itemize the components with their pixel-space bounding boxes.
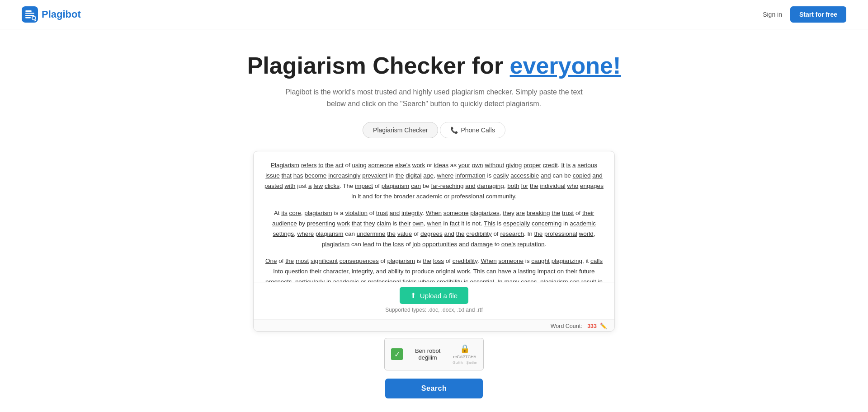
recaptcha-wrap: ✓ Ben robot değilim 🔒 reCAPTCHA Gizlilik… [9, 338, 859, 370]
recaptcha-logo-icon: 🔒 [460, 344, 470, 354]
search-button[interactable]: Search [385, 379, 483, 398]
upload-file-button[interactable]: ⬆ Upload a file [400, 287, 468, 304]
upload-icon: ⬆ [410, 291, 416, 300]
recaptcha-checkmark: ✓ [391, 348, 403, 360]
paragraph-2: At its core, plagiarism is a violation o… [264, 208, 604, 250]
checker-card: Plagiarism refers to the act of using so… [253, 151, 615, 332]
paragraph-3: One of the most significant consequences… [264, 256, 604, 283]
svg-point-6 [33, 17, 35, 19]
recaptcha-brand: reCAPTCHA [453, 355, 476, 360]
word-count-text: Word Count: 333 ✏️ [551, 323, 607, 329]
upload-btn-label: Upload a file [420, 292, 458, 300]
logo[interactable]: Plagibot [22, 6, 81, 23]
hero-title-plain: Plagiarism Checker for [247, 52, 510, 79]
phone-icon: 📞 [450, 126, 458, 134]
svg-rect-3 [25, 15, 34, 16]
logo-text: Plagibot [42, 9, 81, 20]
sign-in-link[interactable]: Sign in [763, 11, 782, 18]
word-count-value: 333 [587, 323, 597, 329]
paragraph-1: Plagiarism refers to the act of using so… [264, 160, 604, 202]
word-count-bar: Word Count: 333 ✏️ [254, 319, 614, 331]
tab-plagiarism-label: Plagiarism Checker [373, 126, 428, 134]
hero-title-highlight: everyone! [510, 52, 621, 79]
search-btn-wrap: Search [9, 375, 859, 407]
text-area-wrapper[interactable]: Plagiarism refers to the act of using so… [254, 151, 614, 282]
recaptcha-label: Ben robot değilim [407, 347, 448, 361]
tab-phone-calls[interactable]: 📞 Phone Calls [440, 122, 505, 138]
upload-area: ⬆ Upload a file Supported types: .doc, .… [254, 282, 614, 319]
tabs: Plagiarism Checker 📞 Phone Calls [9, 122, 859, 138]
edit-icon: ✏️ [600, 323, 607, 329]
recaptcha-privacy: Gizlilik - Şartlar [453, 360, 477, 365]
hero-subtitle: Plagibot is the world's most trusted and… [280, 86, 588, 109]
svg-rect-4 [25, 17, 31, 19]
tab-plagiarism-checker[interactable]: Plagiarism Checker [363, 122, 438, 138]
svg-rect-2 [25, 13, 34, 14]
logo-icon [22, 6, 38, 23]
recaptcha-box[interactable]: ✓ Ben robot değilim 🔒 reCAPTCHA Gizlilik… [384, 338, 484, 370]
tab-phone-label: Phone Calls [461, 126, 495, 134]
hero-title: Plagiarism Checker for everyone! [9, 52, 859, 79]
word-count-label: Word Count: [551, 323, 582, 329]
header: Plagibot Sign in Start for free [0, 0, 868, 29]
checker-text: Plagiarism refers to the act of using so… [264, 160, 604, 282]
hero-section: Plagiarism Checker for everyone! Plagibo… [0, 29, 868, 412]
header-actions: Sign in Start for free [763, 6, 846, 23]
recaptcha-logo-col: 🔒 reCAPTCHA Gizlilik - Şartlar [453, 344, 477, 365]
start-free-button[interactable]: Start for free [790, 6, 846, 23]
supported-types: Supported types: .doc, .docx, .txt and .… [385, 307, 482, 313]
svg-rect-1 [25, 10, 32, 12]
